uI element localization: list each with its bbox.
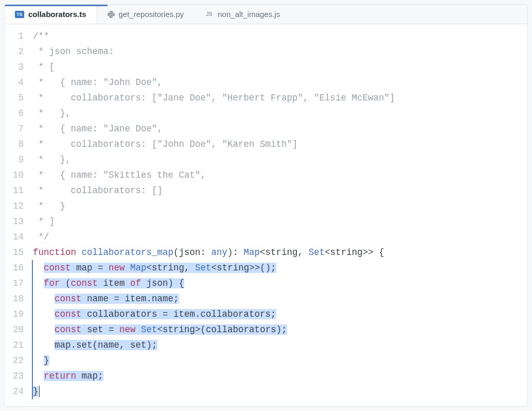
- line-number: 21: [5, 337, 24, 353]
- code-line: }: [32, 353, 527, 368]
- code-content[interactable]: /** * json schema: * [ * { name: "John D…: [33, 28, 527, 406]
- code-line: * { name: "Skittles the Cat",: [33, 167, 527, 183]
- line-number-gutter: 1 2 3 4 5 6 7 8 9 10 11 12 13 14 15 16 1…: [5, 28, 33, 406]
- line-number: 8: [5, 136, 24, 152]
- line-number: 4: [5, 75, 24, 90]
- editor-window: TS collaborators.ts get_repositories.py …: [4, 4, 528, 407]
- typescript-icon: TS: [15, 11, 24, 18]
- line-number: 5: [5, 90, 24, 106]
- line-number: 22: [5, 353, 24, 368]
- code-line: /**: [33, 28, 527, 44]
- line-number: 20: [5, 322, 24, 337]
- code-line: * },: [33, 106, 527, 121]
- line-number: 1: [5, 28, 24, 44]
- line-number: 15: [5, 245, 24, 260]
- code-line: * [: [33, 59, 527, 75]
- code-line: * { name: "John Doe",: [33, 75, 527, 90]
- line-number: 9: [5, 152, 24, 167]
- line-number: 6: [5, 106, 24, 121]
- python-icon: [108, 11, 115, 18]
- code-line: return map;: [32, 368, 527, 384]
- tab-collaborators-ts[interactable]: TS collaborators.ts: [5, 5, 97, 24]
- code-line: * }: [33, 198, 527, 214]
- line-number: 2: [5, 44, 24, 59]
- line-number: 14: [5, 229, 24, 245]
- code-line: * json schema:: [33, 44, 527, 59]
- code-line: }: [32, 384, 527, 399]
- line-number: 16: [5, 260, 24, 276]
- javascript-icon: JS: [204, 11, 214, 18]
- line-number: 18: [5, 291, 24, 306]
- code-line: * ]: [33, 214, 527, 229]
- code-line: for (const item of json) {: [32, 276, 527, 291]
- line-number: 3: [5, 59, 24, 75]
- code-line: const name = item.name;: [32, 291, 527, 306]
- text-cursor: [39, 386, 40, 397]
- tab-get-repositories-py[interactable]: get_repositories.py: [97, 5, 194, 24]
- code-line: * collaborators: []: [33, 183, 527, 198]
- code-line: const collaborators = item.collaborators…: [32, 306, 527, 322]
- tab-label: collaborators.ts: [28, 10, 86, 19]
- code-editor[interactable]: 1 2 3 4 5 6 7 8 9 10 11 12 13 14 15 16 1…: [5, 24, 527, 406]
- code-line: * collaborators: ["John Doe", "Karen Smi…: [33, 136, 527, 152]
- tab-label: get_repositories.py: [119, 10, 184, 19]
- line-number: 11: [5, 183, 24, 198]
- active-tab-accent: [5, 5, 108, 6]
- tab-label: non_alt_images.js: [218, 10, 280, 19]
- code-line: const set = new Set<string>(collaborator…: [32, 322, 527, 337]
- code-line: function collaborators_map(json: any): M…: [33, 245, 527, 260]
- code-line: * { name: "Jane Doe",: [33, 121, 527, 136]
- code-line: const map = new Map<string, Set<string>>…: [32, 260, 527, 276]
- line-number: 24: [5, 384, 24, 399]
- code-line: map.set(name, set);: [32, 337, 527, 353]
- line-number: 13: [5, 214, 24, 229]
- line-number: 17: [5, 276, 24, 291]
- line-number: 10: [5, 167, 24, 183]
- line-number: 19: [5, 306, 24, 322]
- line-number: 12: [5, 198, 24, 214]
- line-number: 23: [5, 368, 24, 384]
- code-line: * },: [33, 152, 527, 167]
- tab-non-alt-images-js[interactable]: JS non_alt_images.js: [194, 5, 290, 24]
- line-number: 7: [5, 121, 24, 136]
- code-line: */: [33, 229, 527, 245]
- code-line: * collaborators: ["Jane Doe", "Herbert F…: [33, 90, 527, 106]
- tab-bar: TS collaborators.ts get_repositories.py …: [5, 5, 527, 24]
